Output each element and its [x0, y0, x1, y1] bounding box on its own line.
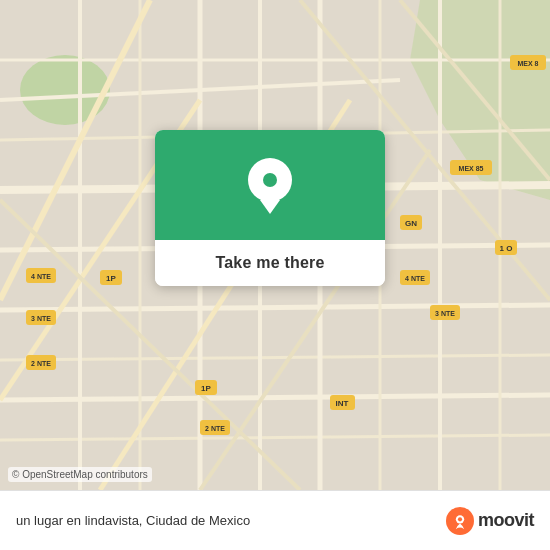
svg-text:2 NTE: 2 NTE [205, 425, 225, 432]
svg-text:2 NTE: 2 NTE [31, 360, 51, 367]
moovit-logo: moovit [446, 507, 534, 535]
svg-text:1P: 1P [106, 274, 116, 283]
svg-text:4 NTE: 4 NTE [405, 275, 425, 282]
svg-text:1 O: 1 O [500, 244, 513, 253]
svg-text:4 NTE: 4 NTE [31, 273, 51, 280]
pin-head [248, 158, 292, 202]
location-text: un lugar en lindavista, Ciudad de Mexico [16, 513, 250, 528]
map-pin-area [155, 130, 385, 240]
svg-point-2 [20, 55, 110, 125]
pin-dot [263, 173, 277, 187]
svg-text:3 NTE: 3 NTE [31, 315, 51, 322]
svg-point-56 [458, 517, 462, 521]
svg-text:3 NTE: 3 NTE [435, 310, 455, 317]
svg-text:MEX 85: MEX 85 [459, 165, 484, 172]
location-info: un lugar en lindavista, Ciudad de Mexico [16, 513, 250, 528]
take-me-there-card: Take me there [155, 130, 385, 286]
pin-tail [260, 200, 280, 214]
svg-text:INT: INT [336, 399, 349, 408]
location-pin [248, 158, 292, 212]
osm-attribution: © OpenStreetMap contributors [8, 467, 152, 482]
take-me-there-button[interactable]: Take me there [155, 240, 385, 286]
svg-text:MEX 8: MEX 8 [517, 60, 538, 67]
moovit-icon [446, 507, 474, 535]
bottom-bar: un lugar en lindavista, Ciudad de Mexico… [0, 490, 550, 550]
map-container: 1P 1P 4 NTE 4 NTE 4 NTE 3 NTE 3 NTE 2 NT… [0, 0, 550, 490]
svg-text:GN: GN [405, 219, 417, 228]
moovit-text: moovit [478, 510, 534, 531]
svg-text:1P: 1P [201, 384, 211, 393]
